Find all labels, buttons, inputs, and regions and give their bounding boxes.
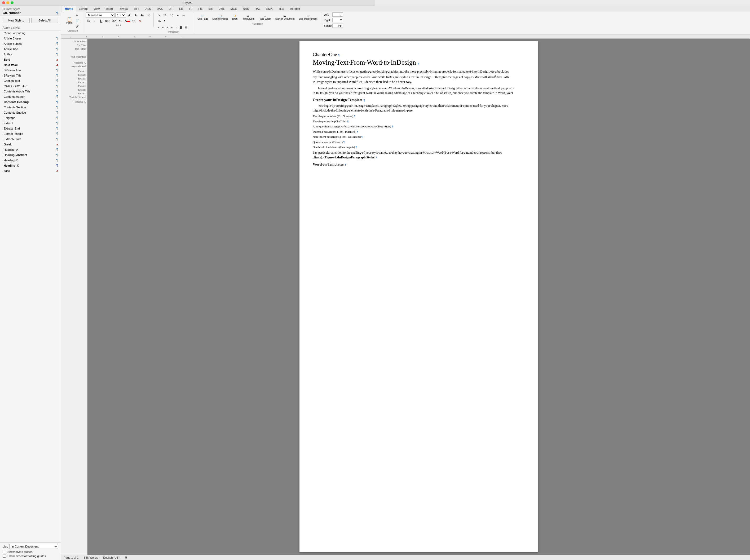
tab-er[interactable]: ER bbox=[176, 6, 186, 12]
style-item-clear-formatting[interactable]: Clear Formatting bbox=[0, 31, 61, 36]
clear-format-button[interactable]: ✕ bbox=[145, 13, 151, 18]
style-item-article-closer[interactable]: Article Closer ¶ bbox=[0, 36, 61, 41]
style-item-breview-info[interactable]: BReview Info ¶ bbox=[0, 67, 61, 73]
style-item-extract-middle[interactable]: Extract- Middle ¶ bbox=[0, 131, 61, 136]
style-item-bold[interactable]: Bold a bbox=[0, 57, 61, 62]
tab-home[interactable]: Home bbox=[62, 6, 76, 12]
cut-button[interactable]: ✂ bbox=[75, 13, 81, 18]
tab-view[interactable]: View bbox=[91, 6, 103, 12]
document-area[interactable]: Chapter·One ¶ Moving·Text·From·Word·to·I… bbox=[87, 39, 375, 280]
minimize-button[interactable] bbox=[6, 1, 9, 4]
style-item-contents-author[interactable]: Contents Author ¶ bbox=[0, 94, 61, 99]
para-mark: ¶ bbox=[56, 148, 58, 152]
maximize-button[interactable] bbox=[11, 1, 14, 4]
indent-right-input[interactable] bbox=[332, 18, 343, 22]
svg-text:1: 1 bbox=[86, 36, 87, 38]
style-item-caption-text[interactable]: Caption Text ¶ bbox=[0, 78, 61, 83]
new-style-button[interactable]: New Style... bbox=[3, 18, 30, 23]
style-item-heading-abstract[interactable]: Heading- Abstract ¶ bbox=[0, 152, 61, 158]
style-item-category-bar[interactable]: CATEGORY BAR ¶ bbox=[0, 83, 61, 89]
multilevel-list-button[interactable]: ≡⋮ bbox=[168, 13, 175, 18]
tab-das[interactable]: DAS bbox=[154, 6, 166, 12]
tab-mgs[interactable]: MGS bbox=[228, 6, 240, 12]
tab-ral[interactable]: RAL bbox=[252, 6, 263, 12]
decrease-font-button[interactable]: A bbox=[133, 13, 139, 18]
select-all-button[interactable]: Select All bbox=[31, 18, 58, 23]
style-item-author[interactable]: Author ¶ bbox=[0, 52, 61, 57]
justify-button[interactable]: ≡ bbox=[170, 25, 174, 30]
style-item-heading-b[interactable]: Heading- B ¶ bbox=[0, 158, 61, 163]
page-width-button[interactable]: ↔ Page Width bbox=[257, 13, 273, 22]
one-page-button[interactable]: 📄 One Page bbox=[196, 13, 210, 22]
tab-trs[interactable]: TRS bbox=[275, 6, 287, 12]
start-of-doc-button[interactable]: ⏮ Start of Document bbox=[274, 13, 296, 22]
subscript-button[interactable]: X2 bbox=[111, 18, 117, 24]
tab-aft[interactable]: AFT bbox=[131, 6, 143, 12]
font-size-select[interactable]: 18 bbox=[115, 13, 126, 18]
draft-button[interactable]: 📝 Draft bbox=[231, 13, 239, 22]
italic-button[interactable]: I bbox=[92, 18, 98, 24]
style-item-heading-a[interactable]: Heading- A ¶ bbox=[0, 147, 61, 152]
style-item-extract[interactable]: Extract ¶ bbox=[0, 121, 61, 126]
tab-review[interactable]: Review bbox=[116, 6, 131, 12]
style-item-breview-title[interactable]: BReview Title ¶ bbox=[0, 73, 61, 78]
style-item-label: Clear Formatting bbox=[4, 32, 25, 35]
style-item-italic[interactable]: Italic a bbox=[0, 168, 61, 174]
align-center-button[interactable]: ≡ bbox=[161, 25, 165, 30]
align-left-button[interactable]: ≡ bbox=[156, 25, 161, 30]
tab-nas[interactable]: NAS bbox=[240, 6, 252, 12]
tab-ff[interactable]: FF bbox=[186, 6, 195, 12]
style-item-contents-subtitle[interactable]: Contents Subtitle ¶ bbox=[0, 110, 61, 115]
indent-left-input[interactable] bbox=[332, 13, 343, 17]
tab-insert[interactable]: Insert bbox=[102, 6, 116, 12]
increase-font-button[interactable]: A bbox=[126, 13, 132, 18]
multiple-pages-button[interactable]: 📑 Multiple Pages bbox=[211, 13, 230, 22]
highlight-button[interactable]: ab bbox=[131, 18, 137, 24]
style-item-contents-article-title[interactable]: Contents Article Title ¶ bbox=[0, 89, 61, 94]
style-item-contents-section[interactable]: Contents Section ¶ bbox=[0, 105, 61, 110]
font-name-select[interactable]: Minion Pro bbox=[85, 13, 115, 18]
indent-before-input[interactable] bbox=[332, 24, 343, 28]
decrease-indent-button[interactable]: ⇤ bbox=[176, 13, 180, 18]
superscript-button[interactable]: X2 bbox=[117, 18, 123, 24]
style-item-extract-end[interactable]: Extract- End ¶ bbox=[0, 126, 61, 131]
tab-fil[interactable]: FIL bbox=[196, 6, 206, 12]
style-item-contents-heading[interactable]: Contents Heading ¶ bbox=[0, 99, 61, 105]
underline-button[interactable]: U bbox=[98, 18, 104, 24]
style-item-article-subtitle[interactable]: Article Subtitle ¶ bbox=[0, 41, 61, 46]
format-painter-button[interactable]: 🖌 bbox=[75, 24, 81, 29]
style-item-heading-c[interactable]: Heading- C ¶ bbox=[0, 163, 61, 168]
copy-button[interactable]: 📄 bbox=[75, 18, 81, 23]
style-item-epigraph[interactable]: Epigraph ¶ bbox=[0, 115, 61, 121]
bullets-button[interactable]: ≡• bbox=[156, 13, 161, 18]
change-case-button[interactable]: Aa bbox=[139, 13, 145, 18]
tab-dif[interactable]: DIF bbox=[166, 6, 176, 12]
show-marks-button[interactable]: ¶ bbox=[163, 18, 167, 24]
tab-acrobat[interactable]: Acrobat bbox=[287, 6, 303, 12]
paste-button[interactable]: 📋 Paste bbox=[65, 15, 74, 26]
line-spacing-button[interactable]: ↕ bbox=[174, 25, 178, 30]
print-layout-button[interactable]: 🖨 Print Layout bbox=[240, 13, 256, 22]
align-right-button[interactable]: ≡ bbox=[165, 25, 170, 30]
end-of-doc-button[interactable]: ⏭ End of Document bbox=[297, 13, 319, 22]
text-color-button[interactable]: A bbox=[137, 18, 143, 24]
style-item-extract-start[interactable]: Extract- Start ¶ bbox=[0, 136, 61, 142]
window-controls[interactable] bbox=[2, 1, 14, 4]
style-item-article-title[interactable]: Article Title ¶ bbox=[0, 46, 61, 52]
style-item-greek[interactable]: Greek a bbox=[0, 142, 61, 147]
font-color-button[interactable]: A bbox=[124, 18, 130, 24]
bold-button[interactable]: B bbox=[85, 18, 92, 24]
borders-button[interactable]: ⊞ bbox=[183, 25, 188, 30]
tab-layout[interactable]: Layout bbox=[76, 6, 91, 12]
tab-als[interactable]: ALS bbox=[143, 6, 154, 12]
shading-button[interactable]: ▓ bbox=[178, 25, 183, 30]
increase-indent-button[interactable]: ⇥ bbox=[181, 13, 186, 18]
numbering-button[interactable]: ≡1 bbox=[162, 13, 167, 18]
style-item-bold-italic[interactable]: Bold Italic a bbox=[0, 62, 61, 67]
tab-smx[interactable]: SMX bbox=[263, 6, 276, 12]
strikethrough-button[interactable]: abc bbox=[105, 18, 111, 24]
tab-isr[interactable]: ISR bbox=[205, 6, 216, 12]
close-button[interactable] bbox=[2, 1, 5, 4]
tab-jml[interactable]: JML bbox=[216, 6, 228, 12]
sort-button[interactable]: ↕A bbox=[156, 18, 162, 24]
